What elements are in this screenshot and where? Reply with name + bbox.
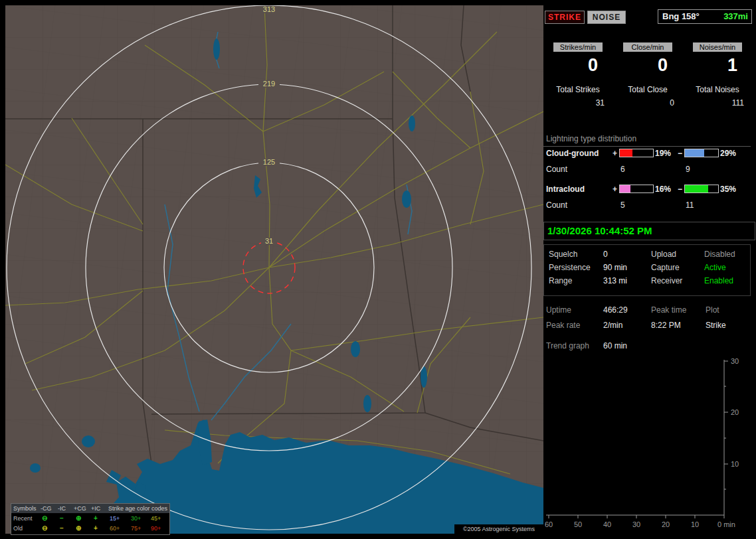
noise-indicator-button[interactable]: NOISE xyxy=(587,11,626,24)
stats-row-2: Peak rate 2/min 8:22 PM Strike xyxy=(543,321,751,330)
close-per-min-label: Close/min xyxy=(623,42,672,52)
trend-tick-labels: 30 20 10 60 50 40 30 20 10 0 min xyxy=(545,357,739,528)
cg-plus-sign: + xyxy=(613,149,617,158)
upload-label: Upload xyxy=(651,250,676,259)
map-legend: Symbols -CG -IC +CG +IC Strike age color… xyxy=(11,503,170,535)
bearing-display: Bng 158° 337mi xyxy=(658,9,752,24)
cg-count-label: Count xyxy=(546,165,567,174)
legend-col-neg-cg: -CG xyxy=(41,504,52,513)
settings-row-squelch: Squelch 0 Upload Disabled xyxy=(543,250,751,259)
map-canvas[interactable]: 313 219 125 31 Symbols -CG -IC +CG +IC S… xyxy=(5,5,543,534)
x-tick-30: 30 xyxy=(632,520,640,528)
peak-rate-value: 2/min xyxy=(603,321,622,330)
bearing-value: Bng 158° xyxy=(662,10,700,23)
age-75: 75+ xyxy=(131,524,141,533)
x-tick-60: 60 xyxy=(545,520,553,528)
cg-minus-bar-fill xyxy=(685,149,704,157)
receiver-label: Receiver xyxy=(651,276,682,285)
old-neg-cg-symbol: ⊖ xyxy=(42,524,47,533)
upload-status: Disabled xyxy=(704,250,735,259)
total-noises-value: 111 xyxy=(683,98,752,108)
legend-old-label: Old xyxy=(13,524,23,533)
age-15: 15+ xyxy=(110,514,120,523)
ic-minus-count: 11 xyxy=(686,200,694,210)
legend-old-row: Old ⊖ − ⊕ + 60+ 75+ 90+ xyxy=(11,524,169,533)
intracloud-row: Intracloud + 16% − 35% xyxy=(546,185,749,193)
total-close-value: 0 xyxy=(613,98,682,108)
ic-plus-sign: + xyxy=(613,185,617,194)
squelch-value: 0 xyxy=(603,250,608,259)
ic-plus-count: 5 xyxy=(620,200,625,210)
cg-plus-bar-fill xyxy=(620,149,632,157)
intracloud-count-row: Count 5 11 xyxy=(546,200,749,209)
age-90: 90+ xyxy=(151,524,161,533)
x-tick-20: 20 xyxy=(662,520,670,528)
legend-symbols-header: Symbols xyxy=(13,504,37,513)
cloud-ground-row: Cloud-ground + 19% − 29% xyxy=(546,149,749,157)
total-strikes-label: Total Strikes xyxy=(543,85,613,94)
map-svg: 313 219 125 31 xyxy=(5,5,543,534)
squelch-label: Squelch xyxy=(549,250,577,259)
noises-per-min-value: 1 xyxy=(683,55,752,76)
copyright-notice: ©2005 Astrogenic Systems xyxy=(454,524,543,534)
cg-plus-count: 6 xyxy=(620,165,625,174)
cloud-ground-label: Cloud-ground xyxy=(546,149,599,158)
ic-plus-bar xyxy=(619,185,654,193)
cg-plus-bar xyxy=(619,149,654,157)
strikes-per-min-label: Strikes/min xyxy=(553,42,603,52)
plot-value: Strike xyxy=(706,321,726,330)
ic-plus-bar-fill xyxy=(620,185,630,193)
capture-label: Capture xyxy=(651,263,680,272)
strike-indicator-button[interactable]: STRIKE xyxy=(545,11,585,24)
uptime-label: Uptime xyxy=(546,305,571,315)
age-45: 45+ xyxy=(151,514,161,523)
peak-rate-label: Peak rate xyxy=(546,321,580,330)
ring-label-125: 125 xyxy=(263,158,275,166)
bearing-distance: 337mi xyxy=(723,10,748,23)
legend-col-neg-ic: -IC xyxy=(58,504,66,513)
recent-pos-ic-symbol: + xyxy=(94,514,98,523)
settings-row-range: Range 313 mi Receiver Enabled xyxy=(543,276,751,285)
legend-col-pos-ic: +IC xyxy=(91,504,100,513)
old-pos-ic-symbol: + xyxy=(94,524,98,533)
total-close-label: Total Close xyxy=(613,85,682,94)
range-value: 313 mi xyxy=(603,276,627,285)
legend-header-row: Symbols -CG -IC +CG +IC Strike age color… xyxy=(11,504,169,513)
range-label: Range xyxy=(549,276,572,285)
cloud-ground-count-row: Count 6 9 xyxy=(546,165,749,173)
datetime-display: 1/30/2026 10:44:52 PM xyxy=(543,222,755,240)
cg-minus-sign: − xyxy=(678,149,682,158)
strikes-per-min-value: 0 xyxy=(543,55,613,76)
x-tick-50: 50 xyxy=(574,520,582,528)
total-noises-label: Total Noises xyxy=(683,85,752,94)
capture-status: Active xyxy=(704,263,726,272)
legend-recent-label: Recent xyxy=(13,514,33,523)
y-tick-30: 30 xyxy=(731,357,739,365)
cg-plus-pct: 19% xyxy=(655,149,671,158)
legend-col-pos-cg: +CG xyxy=(74,504,86,513)
stats-row-1: Uptime 466:29 Peak time Plot xyxy=(543,305,751,315)
x-tick-0-min: 0 min xyxy=(717,520,735,528)
distribution-section-title: Lightning type distribution xyxy=(543,134,751,147)
ic-minus-bar-fill xyxy=(685,185,708,193)
trend-axes xyxy=(546,360,728,518)
trend-graph-row: Trend graph 60 min xyxy=(543,341,751,350)
y-tick-10: 10 xyxy=(731,460,739,468)
ic-plus-pct: 16% xyxy=(655,185,671,194)
trend-graph-label: Trend graph xyxy=(546,341,589,350)
recent-pos-cg-symbol: ⊕ xyxy=(76,514,81,523)
peak-time-label: Peak time xyxy=(651,305,686,315)
cg-minus-count: 9 xyxy=(686,165,690,174)
lightning-tracker-app: 313 219 125 31 Symbols -CG -IC +CG +IC S… xyxy=(0,0,756,539)
total-strikes-value: 31 xyxy=(543,98,613,108)
old-pos-cg-symbol: ⊕ xyxy=(76,524,81,533)
ring-label-313: 313 xyxy=(263,5,275,13)
persistence-value: 90 min xyxy=(603,263,627,272)
plot-label: Plot xyxy=(706,305,719,315)
old-neg-ic-symbol: − xyxy=(60,524,64,533)
settings-row-persistence: Persistence 90 min Capture Active xyxy=(543,263,751,272)
uptime-value: 466:29 xyxy=(603,305,628,315)
intracloud-label: Intracloud xyxy=(546,185,585,194)
x-tick-40: 40 xyxy=(603,520,611,528)
noises-column: Noises/min 1 Total Noises 111 xyxy=(683,42,752,108)
